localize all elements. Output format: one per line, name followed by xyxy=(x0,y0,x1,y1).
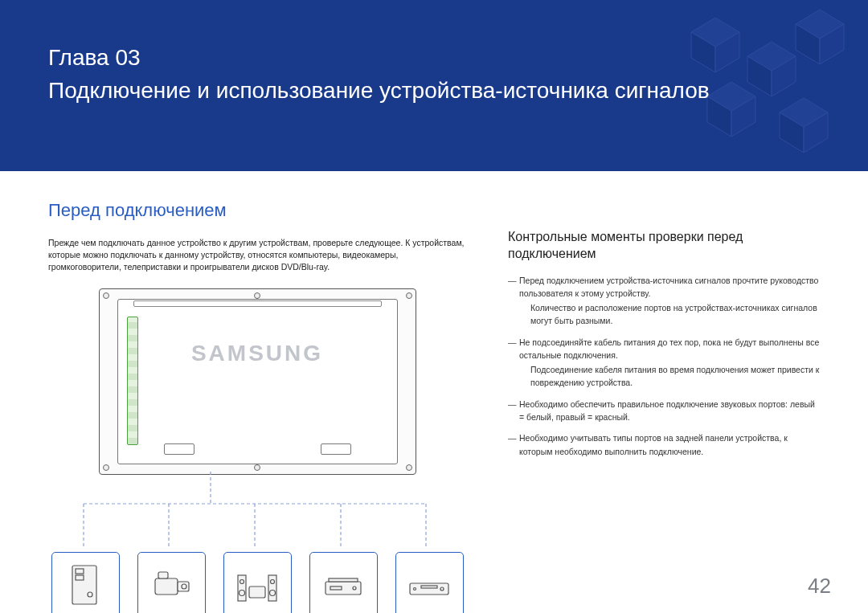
device-speaker-set xyxy=(223,552,292,613)
svg-rect-8 xyxy=(76,569,84,574)
svg-rect-23 xyxy=(329,578,358,582)
device-set-top-box xyxy=(309,552,378,613)
brand-logo: SAMSUNG xyxy=(100,341,416,366)
device-pc-tower xyxy=(51,552,120,613)
svg-point-10 xyxy=(88,592,92,597)
svg-rect-17 xyxy=(249,586,265,598)
connection-diagram: SAMSUNG xyxy=(48,288,466,613)
checklist-heading: Контрольные моменты проверки перед подкл… xyxy=(508,229,820,263)
page-number: 42 xyxy=(808,574,831,599)
svg-point-29 xyxy=(414,587,416,590)
checklist-item: Не подсоединяйте кабель питания до тех п… xyxy=(508,336,820,390)
device-camcorder xyxy=(137,552,206,613)
svg-point-14 xyxy=(182,584,186,589)
svg-point-28 xyxy=(440,587,444,591)
svg-rect-11 xyxy=(155,578,178,595)
port-strip-highlight xyxy=(127,317,138,445)
device-back-panel: SAMSUNG xyxy=(99,288,416,475)
svg-rect-27 xyxy=(421,586,437,588)
checklist: Перед подключением устройства-источника … xyxy=(508,274,820,458)
svg-point-19 xyxy=(271,579,275,583)
svg-rect-25 xyxy=(330,586,342,590)
checklist-item: Необходимо обеспечить правильное подключ… xyxy=(508,398,820,424)
device-dvd-player xyxy=(395,552,464,613)
svg-rect-15 xyxy=(238,575,246,601)
svg-point-20 xyxy=(240,590,245,595)
svg-point-18 xyxy=(240,579,244,583)
svg-point-21 xyxy=(270,590,276,595)
intro-text: Прежде чем подключать данное устройство … xyxy=(48,237,466,274)
svg-rect-9 xyxy=(76,575,84,580)
svg-rect-16 xyxy=(268,575,276,601)
checklist-item: Необходимо учитывать типы портов на задн… xyxy=(508,431,820,458)
section-title: Перед подключением xyxy=(48,200,466,221)
checklist-item: Перед подключением устройства-источника … xyxy=(508,274,820,328)
connection-tree xyxy=(48,472,466,552)
svg-point-24 xyxy=(353,586,356,590)
decorative-cubes xyxy=(659,0,868,169)
chapter-banner: Глава 03 Подключение и использование уст… xyxy=(0,0,868,171)
device-row xyxy=(51,552,464,613)
chapter-title: Подключение и использование устройства-и… xyxy=(48,78,710,103)
svg-rect-13 xyxy=(158,572,168,578)
